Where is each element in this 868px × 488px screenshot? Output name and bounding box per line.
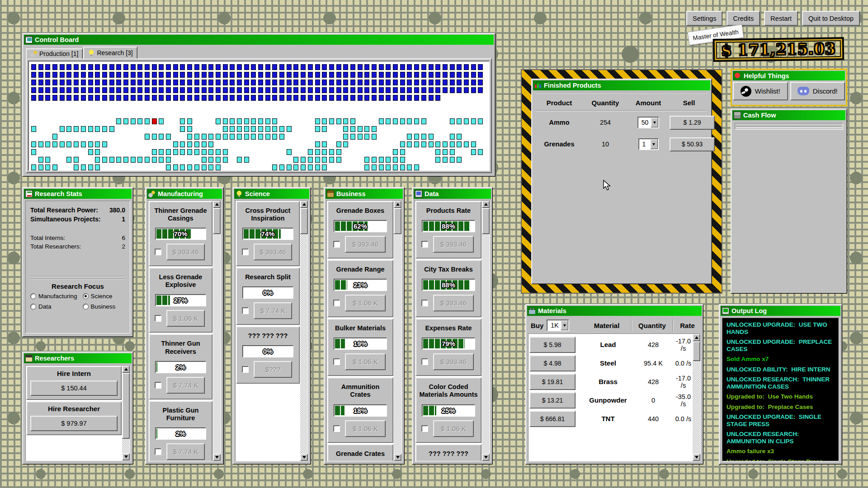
grid-cell — [237, 80, 242, 85]
hire-button-hire-researcher[interactable]: $ 979.97 — [30, 416, 118, 431]
scroll-down-button[interactable] — [482, 454, 490, 461]
dropdown-button[interactable] — [650, 139, 658, 149]
scrollbar[interactable] — [213, 201, 221, 461]
buy-research-button[interactable]: $ 393.46 — [433, 236, 474, 253]
scrollbar[interactable] — [482, 201, 490, 461]
scroll-down-button[interactable] — [693, 454, 700, 461]
researchers-scrollbar[interactable] — [122, 366, 130, 460]
grid-cell-empty — [443, 118, 448, 124]
buy-material-button-gunpowder[interactable]: $ 13.21 — [529, 392, 576, 408]
scroll-track[interactable] — [300, 208, 308, 454]
dropdown-button[interactable] — [651, 117, 658, 127]
topbar-button-credits[interactable]: Credits — [726, 11, 760, 26]
auto-buy-checkbox[interactable] — [155, 382, 161, 389]
auto-buy-checkbox[interactable] — [333, 300, 340, 306]
buy-material-button-lead[interactable]: $ 5.98 — [529, 337, 576, 353]
scroll-down-button[interactable] — [394, 454, 401, 461]
buy-research-button[interactable]: $ 1.06 K — [433, 420, 474, 437]
auto-buy-checkbox[interactable] — [421, 241, 428, 248]
scroll-up-button[interactable] — [300, 201, 308, 208]
auto-buy-checkbox[interactable] — [421, 358, 428, 365]
buy-research-button[interactable]: $ 7.74 K — [166, 377, 205, 394]
scroll-track[interactable] — [122, 373, 130, 453]
focus-option-data[interactable]: Data — [30, 303, 83, 310]
topbar-button-settings[interactable]: Settings — [686, 11, 722, 26]
topbar-button-restart[interactable]: Restart — [764, 11, 798, 26]
scroll-up-button[interactable] — [213, 201, 221, 208]
grid-cell — [208, 157, 213, 163]
buy-research-button[interactable]: $ 7.74 K — [166, 443, 205, 460]
tab-research-3[interactable]: Research [3] — [83, 47, 137, 59]
buy-research-button[interactable]: $ 393.46 — [254, 244, 292, 260]
wishlist-button[interactable]: Wishlist! — [733, 82, 788, 100]
buy-research-button[interactable]: $ 393.46 — [166, 244, 205, 260]
grid-cell — [265, 64, 270, 70]
scroll-up-button[interactable] — [122, 366, 130, 373]
steam-icon — [741, 86, 751, 97]
scroll-track[interactable] — [394, 208, 401, 454]
scroll-thumb[interactable] — [482, 208, 490, 234]
auto-buy-checkbox[interactable] — [421, 300, 428, 306]
auto-buy-checkbox[interactable] — [155, 315, 161, 322]
auto-buy-checkbox[interactable] — [242, 307, 249, 314]
sell-amount-dropdown[interactable]: 1 — [638, 138, 659, 150]
buy-research-button[interactable]: $ 7.74 K — [254, 302, 292, 319]
dropdown-button[interactable] — [561, 320, 568, 330]
grid-cell — [322, 126, 327, 132]
topbar-button-quit-to-desktop[interactable]: Quit to Desktop — [802, 11, 860, 26]
scroll-down-button[interactable] — [122, 453, 130, 460]
grid-cell — [364, 134, 369, 140]
scroll-track[interactable] — [482, 208, 490, 454]
discord-button[interactable]: Discord! — [790, 82, 845, 100]
sell-button-grenades[interactable]: $ 50.93 — [670, 137, 715, 151]
materials-list: $ 5.98 Lead 428 -17.0 /s $ 4.98 Steel 95… — [528, 334, 693, 461]
radio-icon[interactable] — [30, 304, 36, 310]
buy-research-button[interactable]: $ 1.06 K — [166, 310, 205, 327]
scroll-up-button[interactable] — [482, 201, 490, 208]
auto-buy-checkbox[interactable] — [421, 425, 428, 432]
materials-scrollbar[interactable] — [693, 334, 700, 461]
buy-research-button[interactable]: $ 393.46 — [433, 295, 474, 311]
scroll-thumb[interactable] — [693, 341, 700, 361]
focus-option-business[interactable]: Business — [83, 303, 126, 310]
auto-buy-checkbox[interactable] — [155, 249, 161, 255]
focus-option-science[interactable]: Science — [83, 293, 126, 300]
scroll-track[interactable] — [693, 341, 700, 454]
buy-amount-dropdown[interactable]: 1K — [547, 319, 569, 331]
sell-amount-dropdown[interactable]: 50 — [637, 117, 660, 128]
hire-button-hire-intern[interactable]: $ 150.44 — [30, 380, 118, 396]
buy-material-button-brass[interactable]: $ 19.81 — [529, 374, 576, 390]
scrollbar[interactable] — [394, 201, 401, 461]
auto-buy-checkbox[interactable] — [242, 366, 249, 373]
buy-material-button-steel[interactable]: $ 4.98 — [529, 355, 576, 371]
scroll-thumb[interactable] — [394, 208, 401, 234]
radio-icon[interactable] — [30, 293, 36, 299]
scrollbar[interactable] — [300, 201, 308, 461]
radio-icon[interactable] — [83, 304, 89, 310]
scroll-track[interactable] — [213, 208, 221, 454]
buy-research-button[interactable]: $ 1.06 K — [345, 353, 386, 370]
scroll-down-button[interactable] — [300, 454, 308, 461]
auto-buy-checkbox[interactable] — [333, 425, 340, 432]
sell-button-ammo[interactable]: $ 1.29 — [670, 116, 715, 130]
scroll-thumb[interactable] — [213, 208, 221, 234]
buy-research-button[interactable]: $ 393.46 — [345, 236, 386, 253]
focus-option-manufacturing[interactable]: Manufacturing — [30, 293, 83, 300]
tab-production-1[interactable]: Production [1] — [26, 48, 83, 59]
auto-buy-checkbox[interactable] — [333, 241, 340, 248]
auto-buy-checkbox[interactable] — [242, 249, 249, 255]
scroll-up-button[interactable] — [693, 334, 700, 341]
scroll-down-button[interactable] — [213, 454, 221, 461]
grid-cell-empty — [131, 134, 136, 140]
auto-buy-checkbox[interactable] — [155, 448, 161, 455]
auto-buy-checkbox[interactable] — [333, 358, 340, 365]
buy-research-button[interactable]: $??? — [254, 361, 292, 378]
scroll-up-button[interactable] — [394, 201, 401, 208]
buy-material-button-tnt[interactable]: $ 666.81 — [529, 411, 576, 427]
radio-icon[interactable] — [83, 293, 89, 299]
scroll-thumb[interactable] — [122, 373, 130, 439]
buy-research-button[interactable]: $ 393.46 — [433, 353, 474, 370]
buy-research-button[interactable]: $ 1.06 K — [345, 295, 386, 311]
scroll-thumb[interactable] — [300, 208, 308, 234]
buy-research-button[interactable]: $ 1.06 K — [345, 420, 386, 437]
